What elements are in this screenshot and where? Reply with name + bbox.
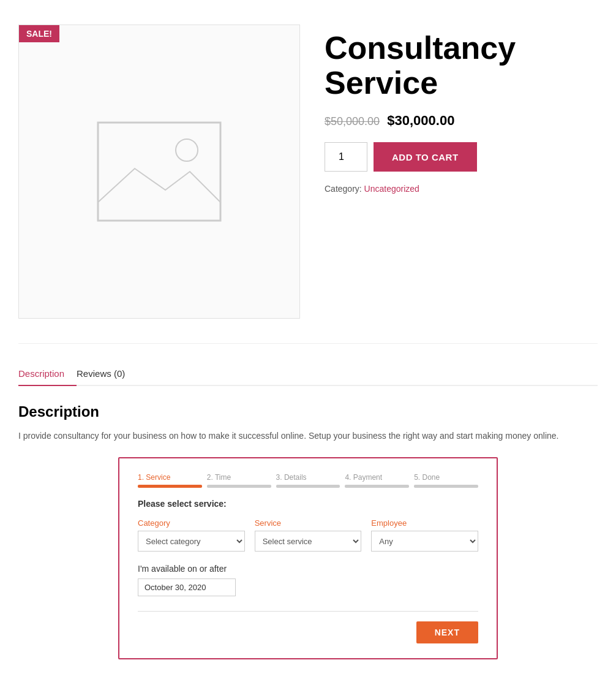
employee-dropdown-label: Employee: [371, 518, 478, 528]
description-text: I provide consultancy for your business …: [18, 429, 598, 442]
employee-dropdown-group: Employee Any: [371, 518, 478, 552]
step-1-label: 1. Service: [138, 473, 202, 482]
product-title: Consultancy Service: [325, 31, 598, 101]
svg-rect-0: [98, 123, 220, 221]
date-group: I'm available on or after: [138, 564, 478, 596]
service-select[interactable]: Select service: [255, 531, 362, 552]
widget-footer: NEXT: [138, 611, 478, 643]
product-placeholder-image: [92, 116, 227, 227]
next-button[interactable]: NEXT: [416, 621, 478, 643]
page-wrapper: SALE! Consultancy Service $50,000.00 $30…: [0, 0, 616, 672]
step-5-bar: [414, 485, 478, 488]
category-label: Category:: [325, 184, 362, 194]
category-select[interactable]: Select category: [138, 531, 245, 552]
date-label: I'm available on or after: [138, 564, 478, 574]
svg-point-1: [176, 139, 198, 161]
tab-reviews[interactable]: Reviews (0): [77, 362, 137, 386]
dropdowns-row: Category Select category Service Select …: [138, 518, 478, 552]
step-5-label: 5. Done: [414, 473, 478, 482]
category-dropdown-group: Category Select category: [138, 518, 245, 552]
category-dropdown-label: Category: [138, 518, 245, 528]
category-link[interactable]: Uncategorized: [364, 184, 419, 194]
tab-description[interactable]: Description: [18, 362, 77, 386]
step-1-bar: [138, 485, 202, 488]
description-heading: Description: [18, 403, 598, 420]
product-details: Consultancy Service $50,000.00 $30,000.0…: [325, 25, 598, 319]
employee-select[interactable]: Any: [371, 531, 478, 552]
sale-badge: SALE!: [19, 25, 59, 42]
step-4-label: 4. Payment: [345, 473, 409, 482]
step-3: 3. Details: [276, 473, 340, 488]
step-2-label: 2. Time: [207, 473, 271, 482]
step-3-label: 3. Details: [276, 473, 340, 482]
step-1: 1. Service: [138, 473, 202, 488]
product-section: SALE! Consultancy Service $50,000.00 $30…: [18, 12, 598, 344]
add-to-cart-row: ADD TO CART: [325, 142, 598, 172]
step-5: 5. Done: [414, 473, 478, 488]
add-to-cart-button[interactable]: ADD TO CART: [374, 142, 477, 172]
service-dropdown-group: Service Select service: [255, 518, 362, 552]
service-dropdown-label: Service: [255, 518, 362, 528]
step-2: 2. Time: [207, 473, 271, 488]
price-wrapper: $50,000.00 $30,000.00: [325, 113, 598, 129]
select-service-label: Please select service:: [138, 499, 478, 509]
step-4: 4. Payment: [345, 473, 409, 488]
tabs-row: Description Reviews (0): [18, 362, 598, 386]
quantity-input[interactable]: [325, 142, 367, 172]
step-3-bar: [276, 485, 340, 488]
steps-row: 1. Service 2. Time 3. Details 4. Payment…: [138, 473, 478, 488]
product-image-container: SALE!: [18, 25, 300, 319]
sale-price: $30,000.00: [387, 113, 454, 128]
step-4-bar: [345, 485, 409, 488]
category-row: Category: Uncategorized: [325, 184, 598, 194]
booking-widget: 1. Service 2. Time 3. Details 4. Payment…: [118, 457, 498, 659]
step-2-bar: [207, 485, 271, 488]
original-price: $50,000.00: [325, 115, 380, 127]
date-input[interactable]: [138, 578, 236, 596]
